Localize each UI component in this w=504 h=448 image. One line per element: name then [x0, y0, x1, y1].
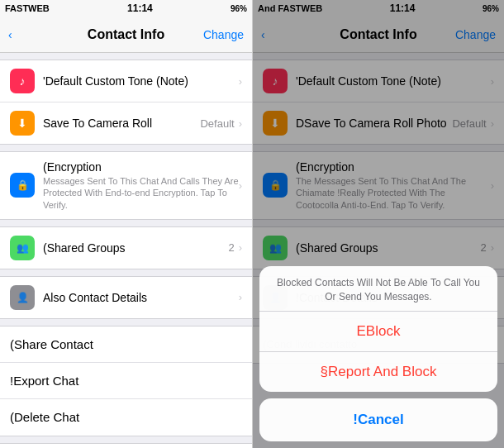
left-section-block: Block Contact §Report Contact [0, 443, 252, 448]
contact-details-icon: 👤 [10, 285, 35, 310]
left-section-contact: 👤 Also Contact Details › [0, 276, 252, 319]
left-section-encryption: 🔒 (Encryption Messages Sent To This Chat… [0, 151, 252, 220]
left-row-tone[interactable]: ♪ 'Default Custom Tone (Note) › [0, 60, 252, 102]
left-panel: FASTWEB 11:14 96% ‹ Contact Info Change … [0, 0, 252, 448]
left-change-button[interactable]: Change [203, 28, 244, 41]
left-row-delete[interactable]: (Delete Chat [0, 399, 252, 436]
cancel-button[interactable]: !Cancel [259, 398, 497, 441]
left-time: 11:14 [127, 2, 153, 14]
tone-label: 'Default Custom Tone (Note) [43, 74, 239, 88]
tone-icon: ♪ [10, 69, 35, 93]
left-content: ♪ 'Default Custom Tone (Note) › ⬇ Save T… [0, 53, 252, 448]
action-sheet-group: Blocked Contacts Will Not Be Able To Cal… [259, 266, 497, 392]
report-and-block-button[interactable]: §Report And Block [259, 352, 497, 392]
left-row-groups[interactable]: 👥 (Shared Groups 2 › [0, 227, 252, 269]
camera-label: Save To Camera Roll [43, 117, 200, 130]
action-sheet-info-text: Blocked Contacts Will Not Be Able To Cal… [259, 266, 497, 312]
left-row-encryption[interactable]: 🔒 (Encryption Messages Sent To This Chat… [0, 152, 252, 219]
camera-icon: ⬇ [10, 111, 35, 136]
groups-icon: 👥 [10, 236, 35, 260]
encryption-icon: 🔒 [10, 173, 35, 198]
left-row-contact-details[interactable]: 👤 Also Contact Details › [0, 277, 252, 318]
left-section-1: ♪ 'Default Custom Tone (Note) › ⬇ Save T… [0, 60, 252, 145]
left-row-share[interactable]: (Share Contact [0, 326, 252, 363]
left-row-export[interactable]: !Export Chat [0, 363, 252, 399]
block-button[interactable]: EBlock [259, 312, 497, 352]
action-sheet: Blocked Contacts Will Not Be Able To Cal… [253, 260, 504, 448]
left-section-actions: (Share Contact !Export Chat (Delete Chat [0, 326, 252, 436]
left-nav-bar: ‹ Contact Info Change [0, 17, 252, 53]
action-sheet-overlay: Blocked Contacts Will Not Be Able To Cal… [253, 0, 504, 448]
right-panel: And FASTWEB 11:14 96% ‹ Contact Info Cha… [252, 0, 504, 448]
left-back-button[interactable]: ‹ [8, 28, 12, 41]
left-section-groups: 👥 (Shared Groups 2 › [0, 226, 252, 269]
left-battery: 96% [231, 4, 247, 13]
left-status-bar: FASTWEB 11:14 96% [0, 0, 252, 17]
left-carrier: FASTWEB [5, 3, 50, 13]
left-row-block[interactable]: Block Contact [0, 444, 252, 448]
left-row-camera[interactable]: ⬇ Save To Camera Roll Default › [0, 102, 252, 144]
left-nav-title: Contact Info [88, 27, 164, 42]
